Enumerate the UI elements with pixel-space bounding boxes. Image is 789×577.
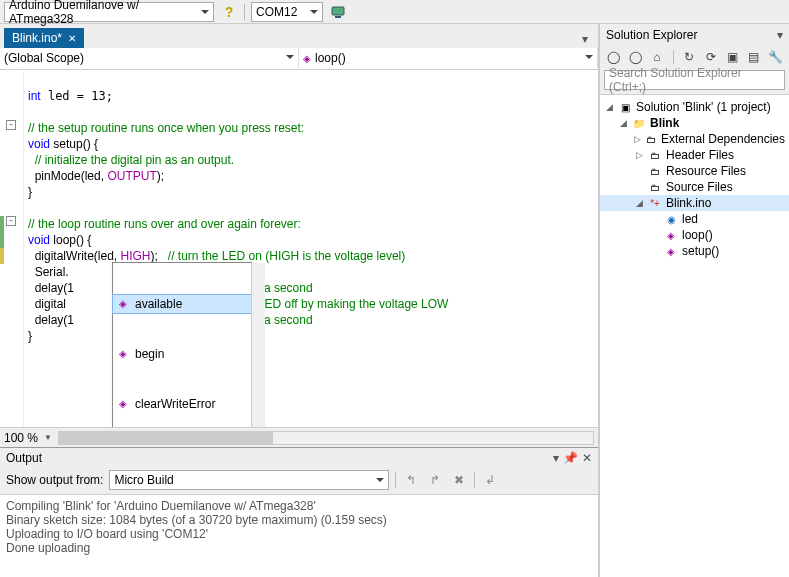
folder-label: Resource Files	[666, 164, 746, 178]
solution-explorer-search[interactable]: Search Solution Explorer (Ctrl+;)	[604, 70, 785, 90]
folder-node[interactable]: 🗀Resource Files	[600, 163, 789, 179]
output-header: Output ▾ 📌 ✕	[0, 448, 598, 468]
method-glyph-icon: ◈	[303, 53, 311, 64]
show-all-files-icon[interactable]: ▤	[746, 48, 762, 66]
pin-icon[interactable]: 📌	[563, 451, 578, 465]
find-message-next-icon[interactable]: ↱	[426, 471, 444, 489]
output-source-select[interactable]: Micro Build	[109, 470, 389, 490]
method-glyph-icon: ◈	[117, 298, 129, 310]
project-label: Blink	[650, 116, 679, 130]
close-icon[interactable]: ✕	[582, 451, 592, 465]
outline-collapse-icon[interactable]: −	[6, 216, 16, 226]
navigation-bar: (Global Scope) ◈loop()	[0, 48, 598, 70]
project-node[interactable]: ◢📁Blink	[600, 115, 789, 131]
sync-icon[interactable]: ↻	[681, 48, 697, 66]
solution-explorer-header: Solution Explorer ▾	[600, 24, 789, 46]
output-panel: Output ▾ 📌 ✕ Show output from: Micro Bui…	[0, 447, 598, 577]
file-label: Blink.ino	[666, 196, 711, 210]
home-icon[interactable]: ⌂	[649, 48, 665, 66]
help-icon[interactable]: ?	[220, 3, 238, 21]
intellisense-label: clearWriteError	[135, 396, 215, 412]
expand-icon[interactable]: ▷	[634, 134, 642, 144]
solution-tree[interactable]: ◢▣Solution 'Blink' (1 project) ◢📁Blink ▷…	[600, 94, 789, 577]
member-label: setup()	[682, 244, 719, 258]
collapse-all-icon[interactable]: ▣	[724, 48, 740, 66]
intellisense-item[interactable]: ◈clearWriteError	[113, 395, 251, 413]
expand-icon[interactable]: ▷	[634, 150, 644, 160]
scrollbar-thumb[interactable]	[59, 432, 273, 444]
window-dropdown-icon[interactable]: ▾	[553, 451, 559, 465]
intellisense-item[interactable]: ◈available	[112, 294, 252, 314]
toggle-wrap-icon[interactable]: ↲	[481, 471, 499, 489]
member-node[interactable]: ◈loop()	[600, 227, 789, 243]
separator	[673, 50, 674, 64]
file-node-blink[interactable]: ◢*+Blink.ino	[600, 195, 789, 211]
port-select[interactable]: COM12	[251, 2, 323, 22]
refresh-icon[interactable]: ⟳	[703, 48, 719, 66]
board-select-label: Arduino Duemilanove w/ ATmega328	[9, 0, 195, 26]
separator	[474, 472, 475, 488]
margin-modified-marker	[0, 248, 4, 264]
svg-rect-1	[335, 16, 341, 18]
method-glyph-icon: ◈	[117, 398, 129, 410]
folder-label: Header Files	[666, 148, 734, 162]
expand-icon[interactable]: ◢	[604, 102, 614, 112]
margin-saved-marker	[0, 216, 4, 232]
solution-explorer-title: Solution Explorer	[606, 28, 697, 42]
active-files-dropdown-icon[interactable]: ▾	[576, 30, 594, 48]
window-dropdown-icon[interactable]: ▾	[777, 28, 783, 42]
intellisense-item[interactable]: ◈begin	[113, 345, 251, 363]
output-text[interactable]: Compiling 'Blink' for 'Arduino Duemilano…	[0, 494, 598, 577]
intellisense-popup: ◈available ◈begin ◈clearWriteError ◈end …	[112, 262, 252, 427]
folder-label: External Dependencies	[661, 132, 785, 146]
member-node[interactable]: ◉led	[600, 211, 789, 227]
find-message-prev-icon[interactable]: ↰	[402, 471, 420, 489]
port-select-label: COM12	[256, 5, 297, 19]
folder-icon: 🗀	[648, 180, 662, 194]
solution-icon: ▣	[618, 100, 632, 114]
solution-node[interactable]: ◢▣Solution 'Blink' (1 project)	[600, 99, 789, 115]
method-glyph-icon: ◈	[664, 228, 678, 242]
intellisense-scrollbar[interactable]	[251, 263, 265, 427]
zoom-dropdown-icon[interactable]: ▼	[44, 433, 52, 442]
outline-collapse-icon[interactable]: −	[6, 120, 16, 130]
scope-left[interactable]: (Global Scope)	[0, 48, 299, 68]
zoom-level[interactable]: 100 %	[4, 431, 38, 445]
scope-right-label: loop()	[315, 51, 346, 65]
board-port-toolbar: Arduino Duemilanove w/ ATmega328 ? COM12	[0, 0, 789, 24]
intellisense-label: available	[135, 296, 182, 312]
monitor-icon[interactable]	[329, 3, 347, 21]
forward-icon[interactable]: ◯	[628, 48, 644, 66]
folder-node[interactable]: ▷🗀Header Files	[600, 147, 789, 163]
back-icon[interactable]: ◯	[606, 48, 622, 66]
solution-explorer-toolbar: ◯ ◯ ⌂ ↻ ⟳ ▣ ▤ 🔧	[600, 46, 789, 68]
folder-node[interactable]: ▷🗀External Dependencies	[600, 131, 789, 147]
folder-label: Source Files	[666, 180, 733, 194]
expand-icon[interactable]: ◢	[618, 118, 628, 128]
clear-all-icon[interactable]: ✖	[450, 471, 468, 489]
member-node[interactable]: ◈setup()	[600, 243, 789, 259]
document-tabstrip: Blink.ino* ✕ ▾	[0, 24, 598, 48]
expand-icon[interactable]: ◢	[634, 198, 644, 208]
output-toolbar: Show output from: Micro Build ↰ ↱ ✖ ↲	[0, 468, 598, 494]
code-editor[interactable]: int led = 13; // the setup routine runs …	[0, 70, 598, 427]
folder-icon: 🗀	[648, 148, 662, 162]
code-text[interactable]: int led = 13; // the setup routine runs …	[24, 70, 598, 427]
search-placeholder: Search Solution Explorer (Ctrl+;)	[609, 66, 780, 94]
separator	[244, 4, 245, 20]
method-glyph-icon: ◈	[117, 348, 129, 360]
editor-statusbar: 100 % ▼	[0, 427, 598, 447]
folder-node[interactable]: 🗀Source Files	[600, 179, 789, 195]
separator	[395, 472, 396, 488]
member-label: led	[682, 212, 698, 226]
board-select[interactable]: Arduino Duemilanove w/ ATmega328	[4, 2, 214, 22]
tab-blink[interactable]: Blink.ino* ✕	[4, 28, 84, 48]
margin-saved-marker	[0, 232, 4, 248]
properties-icon[interactable]: 🔧	[767, 48, 783, 66]
close-icon[interactable]: ✕	[68, 33, 76, 44]
solution-explorer-panel: Solution Explorer ▾ ◯ ◯ ⌂ ↻ ⟳ ▣ ▤ 🔧 Sear…	[599, 24, 789, 577]
scope-right[interactable]: ◈loop()	[299, 48, 598, 68]
output-source-label: Micro Build	[114, 473, 173, 487]
horizontal-scrollbar[interactable]	[58, 431, 594, 445]
show-output-from-label: Show output from:	[6, 473, 103, 487]
